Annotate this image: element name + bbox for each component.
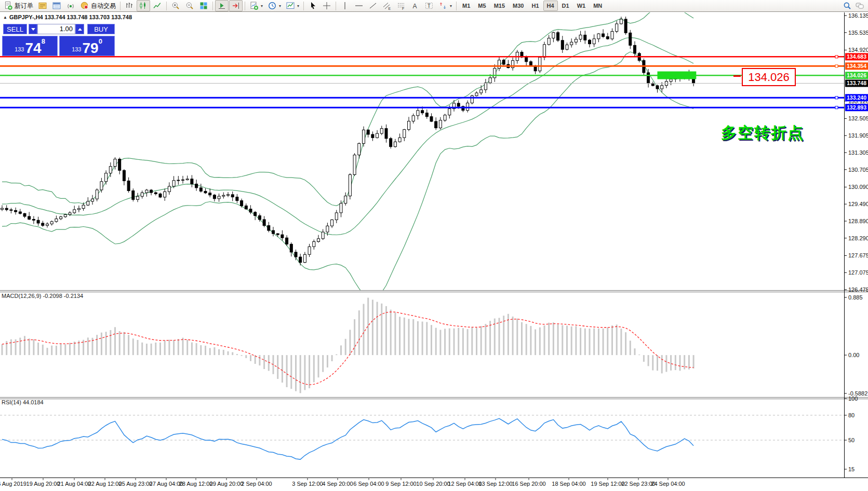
buy-price-box[interactable]: 133 79 0 <box>59 36 115 56</box>
timeframe-M5[interactable]: M5 <box>474 1 489 11</box>
auto-scroll-button[interactable] <box>215 0 229 11</box>
timeframe-M15[interactable]: M15 <box>490 1 509 11</box>
up-triangle-icon <box>78 28 82 31</box>
toolbar-right <box>843 1 866 10</box>
toolbar-separator <box>166 2 167 10</box>
vertical-line-icon <box>340 1 350 10</box>
candlestick-chart-button[interactable] <box>137 0 150 11</box>
macd-tick-0.885: 0.885 <box>848 294 863 301</box>
timeframe-D1[interactable]: D1 <box>558 1 573 11</box>
macd-tick-0.00: 0.00 <box>848 352 859 358</box>
price-tick-127.675: 127.675 <box>848 252 868 258</box>
hline-handle[interactable] <box>835 106 838 109</box>
equidistant-channel-button[interactable]: E <box>380 0 394 11</box>
price-annotation-label[interactable]: 134.026 <box>742 68 796 86</box>
signals-button[interactable] <box>64 0 77 11</box>
line-chart-button[interactable] <box>151 0 164 11</box>
market-watch-button[interactable] <box>36 0 49 11</box>
sell-price-box[interactable]: 133 74 8 <box>2 36 58 56</box>
bar-chart-button[interactable] <box>123 0 136 11</box>
rsi-tick-15: 15 <box>848 466 854 472</box>
price-tick-134.920: 134.920 <box>848 47 868 53</box>
periods-button[interactable]: ▾ <box>265 0 283 11</box>
templates-dropdown-caret[interactable]: ▾ <box>297 4 299 8</box>
volume-input[interactable]: 1.00 <box>37 24 75 34</box>
macd-indicator-label: MACD(12,26,9) -0.2098 -0.2134 <box>2 293 83 299</box>
symbol-ohlc-text: GBPJPY-,H4 133.744 133.748 133.703 133.7… <box>9 14 132 20</box>
horizontal-line-icon <box>354 1 364 10</box>
turning-point-annotation[interactable]: 多空转折点 <box>721 122 804 144</box>
volume-decrease-button[interactable] <box>29 24 37 34</box>
trendline-button[interactable] <box>366 0 380 11</box>
text-label-button[interactable]: T <box>422 0 436 11</box>
rsi-tick-50: 50 <box>848 437 854 443</box>
new-order-button[interactable]: 新订单 <box>2 0 35 11</box>
hline-handle[interactable] <box>835 56 838 58</box>
zoom-in-button[interactable] <box>169 0 182 11</box>
chart-canvas[interactable]: 136.135135.535134.920133.120132.505131.9… <box>0 0 868 491</box>
line-chart-icon <box>153 1 162 10</box>
periods-dropdown-caret[interactable]: ▾ <box>279 4 281 8</box>
trendline-icon <box>368 1 378 10</box>
buy-button[interactable]: BUY <box>87 24 115 34</box>
crosshair-button[interactable] <box>320 0 333 11</box>
toolbar-separator <box>303 2 304 10</box>
text-button[interactable]: A <box>408 0 422 11</box>
timeframe-MN[interactable]: MN <box>590 1 606 11</box>
arrows-icon <box>438 1 448 10</box>
timeframe-M30[interactable]: M30 <box>509 1 527 11</box>
chat-icon[interactable] <box>855 1 864 10</box>
cursor-icon <box>308 1 317 10</box>
sell-price-prefix: 133 <box>15 46 24 52</box>
svg-text:F: F <box>402 7 404 10</box>
time-label: 18 Sep 04:00 <box>552 481 585 487</box>
templates-button[interactable]: ▾ <box>284 0 301 11</box>
arrows-dropdown-caret[interactable]: ▾ <box>450 4 452 8</box>
signals-icon <box>66 1 75 10</box>
data-window-icon <box>52 1 61 10</box>
buy-price-sup: 0 <box>99 37 102 45</box>
data-window-button[interactable] <box>50 0 63 11</box>
hline-handle[interactable] <box>835 65 838 67</box>
time-label: 12 Sep 04:00 <box>448 481 482 487</box>
templates-icon <box>286 1 295 10</box>
svg-text:A: A <box>413 3 417 10</box>
timeframe-H4[interactable]: H4 <box>543 1 558 11</box>
price-tick-128.290: 128.290 <box>848 235 868 241</box>
time-label: 13 Sep 12:00 <box>478 481 512 487</box>
sell-button[interactable]: SELL <box>3 24 27 34</box>
tile-windows-button[interactable] <box>197 0 210 11</box>
price-tick-131.905: 131.905 <box>848 132 868 139</box>
price-tick-127.075: 127.075 <box>848 269 868 276</box>
zoom-out-button[interactable] <box>183 0 196 11</box>
highlight-zone[interactable] <box>658 72 697 79</box>
search-icon[interactable] <box>843 1 852 10</box>
time-label: 4 Sep 20:00 <box>322 481 353 487</box>
hline-handle[interactable] <box>835 97 838 99</box>
time-label: 10 Sep 20:00 <box>416 481 450 487</box>
timeframe-W1[interactable]: W1 <box>573 1 590 11</box>
crosshair-icon <box>322 1 331 10</box>
auto-trading-button[interactable]: 自动交易 <box>78 0 118 11</box>
zoom-out-icon <box>185 1 194 10</box>
price-tick-129.490: 129.490 <box>848 201 868 207</box>
vertical-line-button[interactable] <box>338 0 352 11</box>
auto-trading-label: 自动交易 <box>91 2 116 10</box>
cursor-button[interactable] <box>306 0 319 11</box>
chart-shift-button[interactable] <box>229 0 243 11</box>
svg-text:E: E <box>389 7 391 10</box>
market-watch-icon <box>38 1 47 10</box>
timeframe-M1[interactable]: M1 <box>459 1 474 11</box>
indicators-dropdown-caret[interactable]: ▾ <box>261 4 263 8</box>
chart-shift-icon <box>231 1 241 10</box>
fibonacci-button[interactable]: F <box>394 0 408 11</box>
collapse-triangle-icon[interactable]: ▲ <box>3 15 7 20</box>
price-tick-136.135: 136.135 <box>848 12 868 19</box>
svg-text:134.354: 134.354 <box>847 63 866 69</box>
horizontal-line-button[interactable] <box>352 0 366 11</box>
symbol-header: ▲ GBPJPY-,H4 133.744 133.748 133.703 133… <box>3 14 132 20</box>
volume-increase-button[interactable] <box>75 24 84 34</box>
indicators-button[interactable]: ▾ <box>247 0 265 11</box>
arrows-button[interactable]: ▾ <box>436 0 454 11</box>
timeframe-H1[interactable]: H1 <box>528 1 542 11</box>
